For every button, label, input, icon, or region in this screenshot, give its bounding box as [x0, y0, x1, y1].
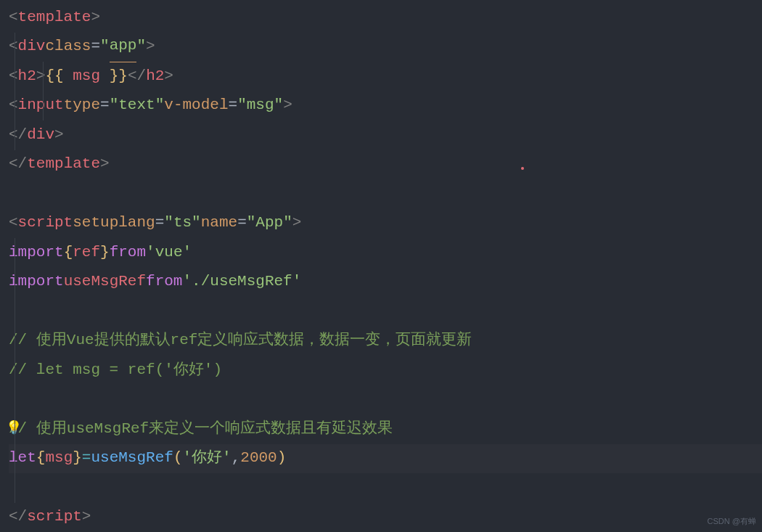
- code-line: 💡 // 使用useMsgRef来定义一个响应式数据且有延迟效果: [9, 414, 762, 444]
- code-line: [9, 297, 762, 327]
- code-line: import useMsgRef from './useMsgRef': [9, 268, 762, 298]
- code-line: </script>: [9, 503, 762, 533]
- code-line: [9, 473, 762, 503]
- code-line: </template>: [9, 150, 762, 180]
- watermark: CSDN @有蝉: [708, 514, 756, 529]
- code-line: <template>: [9, 3, 762, 33]
- code-line: let {msg} = useMsgRef('你好',2000): [9, 444, 762, 474]
- code-line: import {ref} from 'vue': [9, 238, 762, 268]
- code-line: // 使用Vue提供的默认ref定义响应式数据，数据一变，页面就更新: [9, 327, 762, 356]
- code-line: <script setup lang="ts" name="App">: [9, 209, 762, 239]
- code-line: <h2>{{ msg }}</h2>: [9, 62, 762, 91]
- code-editor[interactable]: <template> <div class="app"> <h2>{{ msg …: [9, 3, 762, 532]
- code-line: // let msg = ref('你好'): [9, 356, 762, 385]
- lightbulb-icon[interactable]: 💡: [6, 417, 22, 442]
- code-line: <div class="app">: [9, 33, 762, 62]
- cursor-dot: [521, 167, 524, 170]
- code-line: </div>: [9, 120, 762, 150]
- code-line: [9, 179, 762, 209]
- code-line: [9, 385, 762, 415]
- code-line: <input type="text" v-model="msg">: [9, 91, 762, 121]
